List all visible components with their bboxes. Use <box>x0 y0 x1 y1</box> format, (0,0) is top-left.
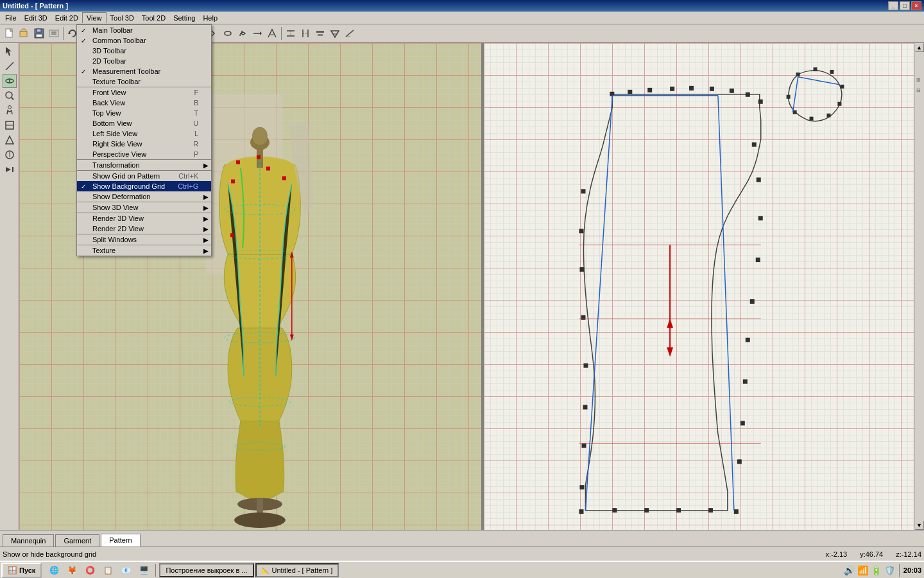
side-tool-1[interactable]: ⊞ <box>914 75 923 84</box>
menu-texture[interactable]: Texture ▶ <box>77 245 211 256</box>
sidebar-btn-unknown3[interactable] <box>3 148 17 162</box>
menu-texture-toolbar[interactable]: Texture Toolbar <box>77 76 211 87</box>
menu-show-grid-on-pattern[interactable]: Show Grid on Pattern Ctrl+K <box>77 171 211 181</box>
coord-y: y:46.74 <box>860 550 883 558</box>
left-sidebar <box>0 43 19 530</box>
start-button[interactable]: 🪟 Пуск <box>1 563 42 578</box>
view-2d[interactable] <box>484 43 914 530</box>
menu-main-toolbar[interactable]: ✓Main Toolbar <box>77 25 211 35</box>
quicklaunch-1[interactable]: ⭕ <box>81 563 98 578</box>
svg-rect-87 <box>583 363 588 368</box>
minimize-button[interactable]: _ <box>888 1 898 10</box>
menu-back-view[interactable]: Back View B <box>77 98 211 108</box>
tb-tool6[interactable] <box>221 26 235 40</box>
taskbar-item-2-label: Untitled - [ Pattern ] <box>272 566 333 574</box>
sidebar-btn-rotate3d[interactable] <box>3 74 17 88</box>
tb-unknown[interactable] <box>47 26 61 40</box>
tb-tool7[interactable] <box>235 26 250 40</box>
svg-rect-76 <box>647 88 652 92</box>
quicklaunch-2[interactable]: 📋 <box>99 563 116 578</box>
menu-transformation[interactable]: Transformation ▶ <box>77 160 211 170</box>
menubar: File Edit 3D Edit 2D View Tool 3D Tool 2… <box>0 12 924 24</box>
svg-line-126 <box>793 77 798 112</box>
sidebar-btn-unknown2[interactable] <box>3 133 17 147</box>
menu-tool3d[interactable]: Tool 3D <box>107 13 138 23</box>
svg-rect-89 <box>581 443 586 448</box>
quicklaunch-3[interactable]: 📧 <box>117 563 134 578</box>
tb-measure1[interactable] <box>284 26 298 40</box>
tb-sep-4 <box>281 27 282 40</box>
menu-measurement-toolbar[interactable]: ✓Measurement Toolbar <box>77 66 211 76</box>
menu-split-windows[interactable]: Split Windows ▶ <box>77 234 211 245</box>
menu-view[interactable]: View <box>82 12 107 23</box>
tab-mannequin[interactable]: Mannequin <box>3 534 54 547</box>
svg-rect-78 <box>689 86 694 91</box>
svg-rect-88 <box>583 405 587 410</box>
menu-setting[interactable]: Setting <box>169 13 199 23</box>
quicklaunch-ie[interactable]: 🌐 <box>46 563 62 578</box>
menu-right-side-view[interactable]: Right Side View R <box>77 139 211 149</box>
svg-line-125 <box>798 77 840 85</box>
sidebar-btn-line[interactable] <box>3 59 17 73</box>
split-section: Split Windows ▶ <box>77 234 211 245</box>
menu-render-2d-view[interactable]: Render 2D View ▶ <box>77 223 211 234</box>
tb-tool8[interactable] <box>250 26 264 40</box>
tb-eraser[interactable] <box>265 26 279 40</box>
tb-measure-tape[interactable]: — <box>343 26 357 40</box>
taskbar-item-1[interactable]: Построение выкроек в ... <box>159 563 253 577</box>
menu-2d-toolbar[interactable]: 2D Toolbar <box>77 56 211 66</box>
svg-rect-94 <box>758 216 763 220</box>
menu-perspective-view[interactable]: Perspective View P <box>77 149 211 159</box>
menu-top-view[interactable]: Top View T <box>77 108 211 118</box>
menu-edit3d[interactable]: Edit 3D <box>21 13 51 23</box>
menu-3d-toolbar[interactable]: 3D Toolbar <box>77 46 211 56</box>
svg-rect-77 <box>670 87 674 91</box>
tb-save[interactable] <box>32 26 46 40</box>
scroll-up-btn[interactable]: ▲ <box>915 43 924 52</box>
sidebar-btn-unknown1[interactable] <box>3 118 17 132</box>
sidebar-btn-zoom[interactable] <box>3 89 17 103</box>
side-tool-2[interactable]: ⊟ <box>914 85 923 94</box>
svg-rect-85 <box>579 267 584 272</box>
quicklaunch-4[interactable]: 🖥️ <box>135 563 152 578</box>
coord-x: x:-2.13 <box>826 550 848 558</box>
close-button[interactable]: × <box>911 1 921 10</box>
menu-show-background-grid[interactable]: ✓Show Background Grid Ctrl+G <box>77 181 211 191</box>
tb-measure2[interactable] <box>298 26 312 40</box>
menu-show-deformation[interactable]: Show Deformation ▶ <box>77 191 211 202</box>
taskbar: 🪟 Пуск 🌐 🦊 ⭕ 📋 📧 🖥️ Построение выкроек в… <box>0 561 924 578</box>
tb-align2[interactable] <box>328 26 342 40</box>
menu-tool2d[interactable]: Tool 2D <box>138 13 169 23</box>
sidebar-btn-select[interactable] <box>3 44 17 58</box>
svg-rect-33 <box>318 34 323 36</box>
menu-edit2d[interactable]: Edit 2D <box>51 13 82 23</box>
tb-new[interactable] <box>3 26 17 40</box>
taskbar-item-2[interactable]: 📐 Untitled - [ Pattern ] <box>255 563 339 577</box>
sidebar-btn-skip[interactable] <box>3 162 17 177</box>
tb-align1[interactable] <box>313 26 327 40</box>
menu-front-view[interactable]: Front View F <box>77 87 211 98</box>
maximize-button[interactable]: □ <box>900 1 910 10</box>
menu-render-3d-view[interactable]: Render 3D View ▶ <box>77 213 211 223</box>
svg-rect-2 <box>20 31 27 37</box>
menu-file[interactable]: File <box>1 13 21 23</box>
svg-rect-116 <box>796 73 800 76</box>
taskbar-items: 🌐 🦊 ⭕ 📋 📧 🖥️ Построение выкроек в ... 📐 … <box>43 563 841 578</box>
tab-garment[interactable]: Garment <box>55 534 99 547</box>
scroll-down-btn[interactable]: ▼ <box>915 521 924 530</box>
tab-pattern[interactable]: Pattern <box>101 534 140 547</box>
right-scrollbar[interactable]: ▲ ▼ ⊞ ⊟ <box>914 43 924 530</box>
quicklaunch-ff[interactable]: 🦊 <box>64 563 80 578</box>
menu-left-side-view[interactable]: Left Side View L <box>77 128 211 139</box>
svg-marker-3 <box>20 29 27 31</box>
sidebar-btn-mannequin[interactable] <box>3 103 17 118</box>
svg-rect-93 <box>757 177 761 182</box>
menu-show-3d-view[interactable]: Show 3D View ▶ <box>77 202 211 213</box>
menu-common-toolbar[interactable]: ✓Common Toolbar <box>77 35 211 46</box>
svg-rect-100 <box>737 459 742 464</box>
menu-help[interactable]: Help <box>199 13 221 23</box>
svg-marker-110 <box>667 347 673 357</box>
menu-bottom-view[interactable]: Bottom View U <box>77 118 211 128</box>
tb-open[interactable] <box>17 26 31 40</box>
status-message: Show or hide background grid <box>3 550 96 558</box>
